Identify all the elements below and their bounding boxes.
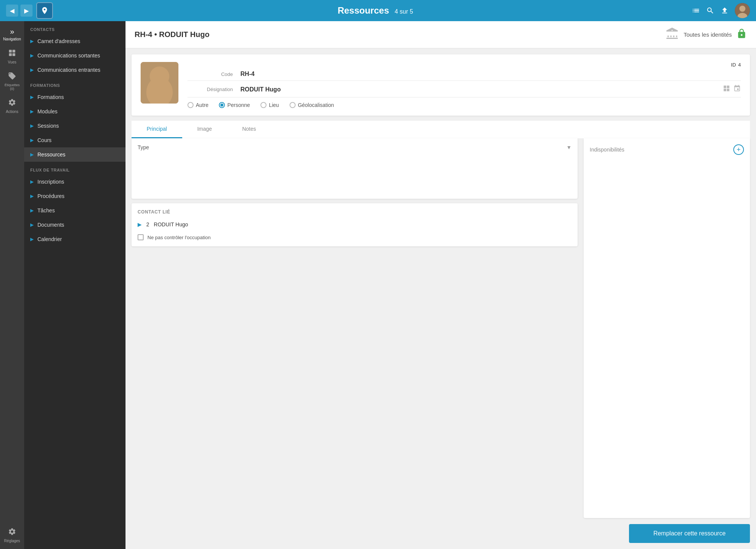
radio-geolocalisation[interactable]: Géolocalisation [290, 102, 334, 108]
radio-personne[interactable]: Personne [219, 102, 250, 108]
occupation-checkbox[interactable] [138, 234, 144, 240]
sidebar-label-views: Vues [8, 60, 16, 64]
nav-panel: CONTACTS ▶ Carnet d'adresses ▶ Communica… [24, 21, 125, 549]
nav-item-label: Documents [37, 222, 64, 228]
indispo-label: Indisponibilités [590, 147, 624, 153]
nav-item-cours[interactable]: ▶ Cours [24, 133, 125, 147]
nav-item-label: Calendrier [37, 236, 62, 242]
radio-label-autre: Autre [196, 102, 208, 108]
tab-notes[interactable]: Notes [227, 121, 271, 138]
right-panel: Indisponibilités + Remplacer cette resso… [584, 138, 750, 543]
code-value: RH-4 [240, 71, 254, 77]
checkbox-row: Ne pas contrôler l'occupation [138, 234, 572, 240]
nav-item-label: Sessions [37, 123, 59, 129]
chevron-right-icon: » [10, 27, 14, 36]
page-header: RH-4 • RODUIT Hugo Toutes les identités [125, 21, 756, 48]
radio-label-lieu: Lieu [269, 102, 279, 108]
location-button[interactable] [36, 2, 53, 19]
sidebar-item-actions[interactable]: Actions [0, 95, 24, 117]
sidebar-item-navigation[interactable]: » Navigation [0, 24, 24, 44]
code-field-row: Code RH-4 [187, 71, 741, 81]
forward-button[interactable]: ▶ [20, 5, 33, 17]
radio-label-geolocalisation: Géolocalisation [298, 102, 334, 108]
svg-point-1 [739, 6, 745, 12]
add-indispo-button[interactable]: + [733, 144, 744, 155]
radio-lieu[interactable]: Lieu [260, 102, 279, 108]
svg-rect-4 [12, 50, 15, 53]
lock-icon [736, 28, 747, 41]
topbar-nav-buttons: ◀ ▶ [6, 5, 33, 17]
indisponibilites-card: Indisponibilités + [584, 138, 750, 518]
nav-item-inscriptions[interactable]: ▶ Inscriptions [24, 175, 125, 189]
sidebar-label-labels: Étiquettes (0) [5, 83, 20, 91]
nav-item-sessions[interactable]: ▶ Sessions [24, 119, 125, 133]
nav-item-comm-entrantes[interactable]: ▶ Communications entrantes [24, 63, 125, 77]
sidebar-item-views[interactable]: Vues [0, 46, 24, 67]
radio-circle-lieu [260, 102, 266, 108]
nav-item-label: Ressources [37, 152, 65, 158]
radio-circle-autre [187, 102, 194, 108]
radio-circle-geolocalisation [290, 102, 296, 108]
institution-icon [665, 26, 679, 43]
type-radio-row: Autre Personne Lieu Géolocalisation [187, 102, 741, 108]
svg-rect-3 [9, 50, 12, 53]
page-title: RH-4 • RODUIT Hugo [135, 30, 209, 39]
sidebar-label-actions: Actions [6, 110, 19, 114]
chevron-icon: ▶ [30, 53, 34, 58]
indispo-header: Indisponibilités + [590, 144, 744, 155]
nav-item-label: Formations [37, 94, 64, 100]
radio-autre[interactable]: Autre [187, 102, 208, 108]
nav-item-label: Communications sortantes [37, 53, 100, 59]
record-avatar [141, 62, 178, 104]
contact-lie-card: CONTACT LIÉ ▶ 2 RODUIT Hugo Ne pas contr… [132, 203, 578, 246]
settings-icon [8, 527, 16, 538]
chevron-icon: ▶ [30, 123, 34, 128]
nav-item-carnet[interactable]: ▶ Carnet d'adresses [24, 34, 125, 48]
calendar-icon[interactable] [733, 85, 741, 94]
chevron-icon: ▶ [30, 208, 34, 213]
nav-item-label: Modules [37, 108, 57, 114]
tab-image[interactable]: Image [182, 121, 227, 138]
list-icon-button[interactable] [692, 6, 700, 15]
grid-icon[interactable] [723, 85, 730, 94]
upload-icon-button[interactable] [720, 6, 729, 15]
record-fields: ID 4 Code RH-4 Désignation RODUIT Hugo [187, 62, 741, 108]
nav-item-procedures[interactable]: ▶ Procédures [24, 189, 125, 203]
chevron-icon: ▶ [30, 152, 34, 157]
nav-item-formations[interactable]: ▶ Formations [24, 90, 125, 104]
type-card: Type ▼ [132, 138, 578, 199]
views-icon [8, 49, 16, 59]
chevron-icon: ▶ [30, 94, 34, 100]
contact-chevron-icon[interactable]: ▶ [138, 221, 142, 227]
topbar-title: Ressources 4 sur 5 [59, 5, 692, 16]
record-card: ID 4 Code RH-4 Désignation RODUIT Hugo [132, 54, 750, 116]
search-icon-button[interactable] [706, 6, 714, 15]
back-button[interactable]: ◀ [6, 5, 18, 17]
type-label: Type [138, 144, 149, 150]
type-header: Type ▼ [138, 144, 572, 150]
designation-field-row: Désignation RODUIT Hugo [187, 85, 741, 97]
nav-item-modules[interactable]: ▶ Modules [24, 104, 125, 119]
replace-resource-button[interactable]: Remplacer cette ressource [629, 524, 750, 543]
nav-item-ressources[interactable]: ▶ Ressources [24, 147, 125, 162]
nav-item-calendrier[interactable]: ▶ Calendrier [24, 232, 125, 246]
designation-value: RODUIT Hugo [240, 86, 281, 93]
contact-id: 2 [146, 221, 149, 227]
nav-item-taches[interactable]: ▶ Tâches [24, 203, 125, 218]
chevron-icon: ▶ [30, 222, 34, 227]
nav-section-contacts: CONTACTS [24, 21, 125, 34]
topbar-actions [692, 3, 750, 18]
sidebar-item-labels[interactable]: Étiquettes (0) [0, 69, 24, 94]
tab-principal[interactable]: Principal [132, 121, 182, 138]
sidebar-item-settings[interactable]: Réglages [0, 524, 24, 546]
svg-rect-5 [9, 53, 12, 56]
chevron-icon: ▶ [30, 138, 34, 143]
content-below-tabs: Type ▼ CONTACT LIÉ ▶ 2 RODUIT Hugo Ne pa… [132, 138, 750, 543]
chevron-icon: ▶ [30, 193, 34, 199]
nav-item-comm-sortantes[interactable]: ▶ Communications sortantes [24, 48, 125, 63]
radio-circle-personne [219, 102, 225, 108]
avatar[interactable] [735, 3, 750, 18]
nav-item-documents[interactable]: ▶ Documents [24, 218, 125, 232]
chevron-down-icon[interactable]: ▼ [566, 144, 572, 150]
right-panel-inner: Indisponibilités + Remplacer cette resso… [584, 138, 750, 543]
